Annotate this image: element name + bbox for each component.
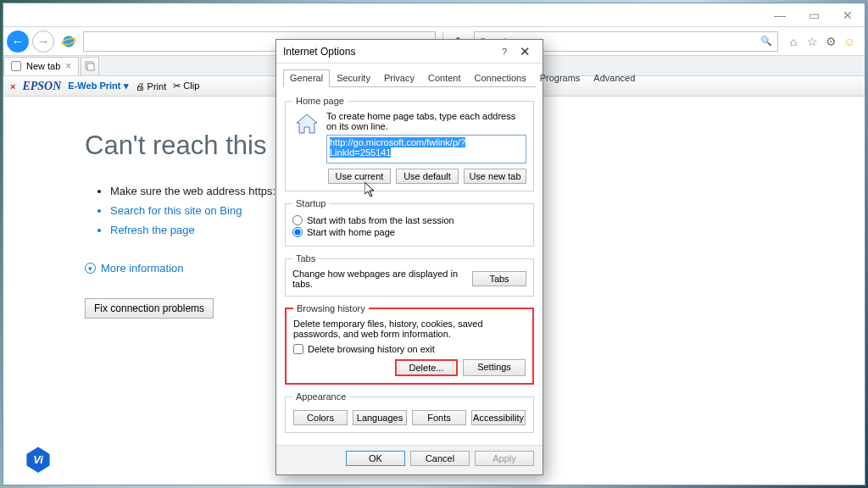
svg-marker-4 <box>297 114 317 133</box>
homepage-desc: To create home page tabs, type each addr… <box>326 111 526 131</box>
dialog-close-button[interactable]: ✕ <box>514 44 536 59</box>
tabs-desc: Change how webpages are displayed in tab… <box>292 269 472 289</box>
appearance-legend: Appearance <box>292 391 349 402</box>
epson-logo: EPSON <box>22 80 61 93</box>
startup-legend: Startup <box>292 198 329 208</box>
window-minimize-button[interactable]: — <box>763 3 797 26</box>
languages-button[interactable]: Languages <box>353 410 407 425</box>
use-new-tab-button[interactable]: Use new tab <box>464 169 526 184</box>
homepage-legend: Home page <box>292 96 348 106</box>
delete-history-button[interactable]: Delete... <box>395 359 458 376</box>
tab-general[interactable]: General <box>283 69 330 87</box>
tabs-button[interactable]: Tabs <box>472 271 526 286</box>
startup-last-session-radio[interactable]: Start with tabs from the last session <box>292 215 526 225</box>
accessibility-button[interactable]: Accessibility <box>471 410 526 425</box>
dialog-tabs: General Security Privacy Content Connect… <box>283 69 536 87</box>
tab-label: New tab <box>26 61 60 71</box>
search-bing-link[interactable]: Search for this site on Bing <box>110 204 303 217</box>
ok-button[interactable]: OK <box>346 451 405 466</box>
use-default-button[interactable]: Use default <box>396 169 459 184</box>
tab-content-general: Home page To create home page tabs, type… <box>283 87 536 441</box>
tab-close-button[interactable]: × <box>65 60 71 72</box>
more-info-label: More information <box>101 262 184 274</box>
new-tab-icon <box>85 61 95 71</box>
home-icon <box>292 111 321 136</box>
dialog-body: General Security Privacy Content Connect… <box>276 64 542 445</box>
window-titlebar: — ▭ ✕ <box>3 3 865 27</box>
history-legend: Browsing history <box>293 303 369 313</box>
colors-button[interactable]: Colors <box>293 410 348 425</box>
more-information-toggle[interactable]: ▾ More information <box>85 262 303 274</box>
clip-button[interactable]: ✂ Clip <box>173 80 199 92</box>
apply-button[interactable]: Apply <box>475 451 534 466</box>
svg-point-0 <box>63 36 75 47</box>
dialog-titlebar: Internet Options ? ✕ <box>276 40 542 64</box>
tab-programs[interactable]: Programs <box>533 69 587 87</box>
fix-connection-button[interactable]: Fix connection problems <box>85 298 214 319</box>
chevron-down-icon: ▾ <box>85 263 96 274</box>
toolbar-icons: ⌂ ☆ ⚙ ☺ <box>782 35 861 48</box>
window-close-button[interactable]: ✕ <box>831 3 865 26</box>
dialog-footer: OK Cancel Apply <box>276 445 542 474</box>
home-icon[interactable]: ⌂ <box>787 35 800 48</box>
toolbar-close-button[interactable]: × <box>10 81 15 92</box>
refresh-page-link[interactable]: Refresh the page <box>110 224 303 236</box>
startup-fieldset: Startup Start with tabs from the last se… <box>285 198 534 247</box>
tools-icon[interactable]: ⚙ <box>824 35 837 48</box>
svg-text:Vi: Vi <box>33 453 43 466</box>
page-icon <box>11 61 21 71</box>
appearance-fieldset: Appearance Colors Languages Fonts Access… <box>285 391 534 433</box>
tabs-fieldset: Tabs Change how webpages are displayed i… <box>285 253 534 297</box>
browsing-history-fieldset: Browsing history Delete temporary files,… <box>285 303 534 385</box>
error-bullet-address: Make sure the web address https:// <box>110 185 303 197</box>
internet-options-dialog: Internet Options ? ✕ General Security Pr… <box>275 39 543 475</box>
browser-tab[interactable]: New tab × <box>3 57 79 75</box>
forward-button[interactable]: → <box>32 30 54 53</box>
error-page: Can't reach this pa Make sure the web ad… <box>85 130 303 319</box>
page-title: Can't reach this pa <box>85 130 303 161</box>
tab-content[interactable]: Content <box>421 69 468 87</box>
tab-advanced[interactable]: Advanced <box>587 69 642 87</box>
dialog-help-button[interactable]: ? <box>495 47 514 57</box>
history-desc: Delete temporary files, history, cookies… <box>293 319 526 339</box>
print-button[interactable]: 🖨 Print <box>136 81 167 92</box>
cancel-button[interactable]: Cancel <box>410 451 470 466</box>
eweb-print-label[interactable]: E-Web Print ▾ <box>68 80 128 92</box>
history-settings-button[interactable]: Settings <box>463 359 526 376</box>
ie-logo-icon <box>61 34 76 49</box>
tab-connections[interactable]: Connections <box>467 69 532 87</box>
fonts-button[interactable]: Fonts <box>412 410 466 425</box>
window-maximize-button[interactable]: ▭ <box>797 3 831 26</box>
search-icon: 🔍 <box>760 36 772 47</box>
startup-home-page-radio[interactable]: Start with home page <box>292 227 526 237</box>
tab-security[interactable]: Security <box>330 69 377 87</box>
back-button[interactable]: ← <box>7 30 29 53</box>
desktop: — ▭ ✕ ← → ↻ Search...🔍 ⌂ ☆ ⚙ ☺ New tab <box>0 0 868 488</box>
favorites-icon[interactable]: ☆ <box>805 35 819 48</box>
use-current-button[interactable]: Use current <box>328 169 391 184</box>
dialog-title: Internet Options <box>283 46 495 58</box>
homepage-fieldset: Home page To create home page tabs, type… <box>285 96 534 191</box>
delete-on-exit-checkbox[interactable]: Delete browsing history on exit <box>293 344 526 354</box>
tabs-legend: Tabs <box>292 253 319 263</box>
homepage-url-input[interactable]: http://go.microsoft.com/fwlink/p/?LinkId… <box>326 135 526 164</box>
svg-rect-3 <box>87 64 94 70</box>
new-tab-button[interactable] <box>81 57 99 75</box>
corner-logo-icon: Vi <box>24 444 53 473</box>
smiley-icon[interactable]: ☺ <box>843 35 856 48</box>
tab-privacy[interactable]: Privacy <box>377 69 421 87</box>
